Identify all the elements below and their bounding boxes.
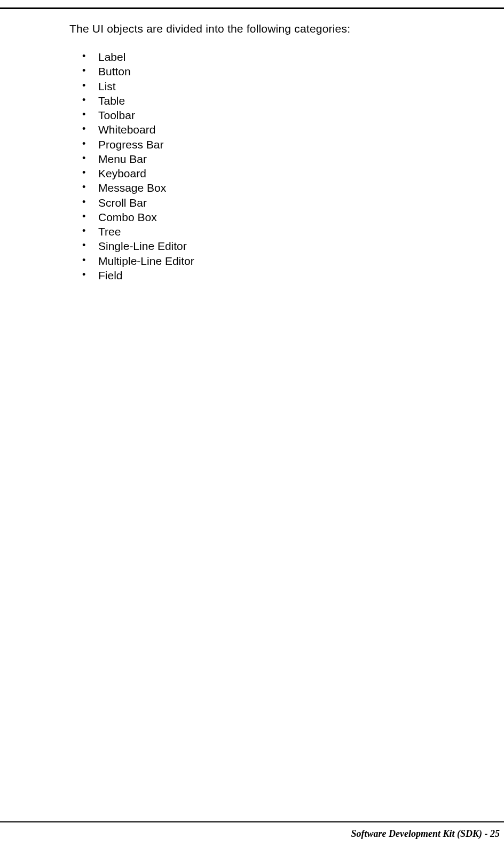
list-item: Button — [82, 65, 472, 79]
list-item: Single-Line Editor — [82, 239, 472, 253]
list-item: Label — [82, 50, 472, 64]
list-item: List — [82, 80, 472, 93]
top-rule — [0, 7, 504, 9]
list-item: Multiple-Line Editor — [82, 254, 472, 268]
page-footer: Software Development Kit (SDK) - 25 — [351, 828, 500, 840]
list-item: Field — [82, 269, 472, 283]
intro-paragraph: The UI objects are divided into the foll… — [69, 22, 472, 35]
list-item: Whiteboard — [82, 123, 472, 137]
list-item: Menu Bar — [82, 152, 472, 166]
list-item: Table — [82, 94, 472, 108]
ui-objects-list: Label Button List Table Toolbar Whiteboa… — [69, 50, 472, 283]
list-item: Combo Box — [82, 210, 472, 224]
list-item: Toolbar — [82, 108, 472, 122]
list-item: Scroll Bar — [82, 196, 472, 210]
bottom-rule — [0, 821, 504, 822]
list-item: Message Box — [82, 181, 472, 195]
page-content: The UI objects are divided into the foll… — [69, 22, 472, 283]
list-item: Keyboard — [82, 167, 472, 181]
list-item: Progress Bar — [82, 138, 472, 152]
list-item: Tree — [82, 225, 472, 239]
